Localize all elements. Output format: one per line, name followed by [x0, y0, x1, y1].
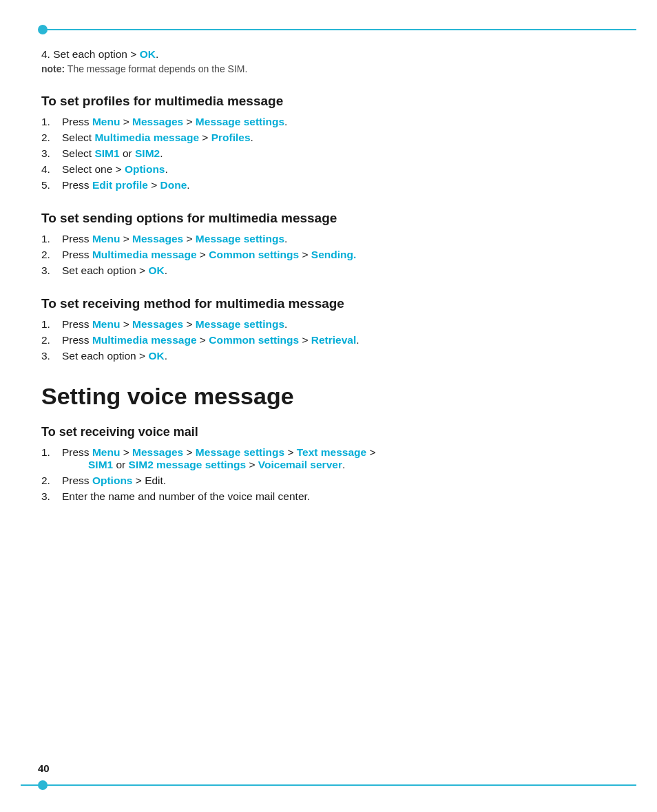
step-number: 3. [41, 147, 50, 160]
menu-link: Menu [92, 116, 120, 127]
list-item: 3. Enter the name and number of the voic… [55, 490, 616, 503]
menu-link: Menu [92, 233, 120, 244]
step-number: 5. [41, 179, 50, 191]
sim2-message-settings-link: SIM2 message settings [129, 459, 247, 470]
note-line: note: The message format depends on the … [41, 63, 616, 74]
list-item: 3. Set each option > OK. [55, 264, 616, 277]
list-item: 3. Set each option > OK. [55, 350, 616, 362]
list-item: 1. Press Menu > Messages > Message setti… [55, 233, 616, 245]
sim1-link: SIM1 [94, 147, 119, 159]
sim2-link: SIM2 [135, 147, 160, 159]
steps-list-sending: 1. Press Menu > Messages > Message setti… [41, 233, 616, 277]
bottom-line [21, 784, 636, 786]
list-item: 1. Press Menu > Messages > Message setti… [55, 446, 616, 471]
step-text: Press Menu > Messages > Message settings… [62, 446, 376, 470]
list-item: 5. Press Edit profile > Done. [55, 179, 616, 191]
list-item: 3. Select SIM1 or SIM2. [55, 147, 616, 160]
list-item: 2. Press Multimedia message > Common set… [55, 249, 616, 261]
sending-link: Sending. [311, 249, 356, 260]
list-item: 2. Press Options > Edit. [55, 475, 616, 487]
step-number: 4. [41, 163, 50, 176]
message-settings-link: Message settings [196, 318, 284, 330]
step-number: 1. [41, 116, 50, 128]
edit-profile-link: Edit profile [92, 179, 148, 191]
steps-list-voice: 1. Press Menu > Messages > Message setti… [41, 446, 616, 503]
top-line [41, 29, 636, 30]
section-heading-profiles: To set profiles for multimedia message [41, 94, 616, 109]
page-number: 40 [38, 762, 50, 774]
messages-link: Messages [132, 233, 183, 244]
main-content: 4. Set each option > OK. note: The messa… [0, 0, 657, 563]
steps-list-receiving: 1. Press Menu > Messages > Message setti… [41, 318, 616, 362]
section-heading-sending: To set sending options for multimedia me… [41, 211, 616, 226]
step-number: 1. [41, 233, 50, 245]
ok-link: OK [148, 350, 164, 362]
step-number: 2. [41, 132, 50, 144]
message-settings-link: Message settings [196, 233, 284, 244]
voice-section-title: Setting voice message [41, 383, 616, 410]
profiles-link: Profiles [211, 132, 251, 143]
menu-link: Menu [92, 318, 120, 330]
messages-link: Messages [132, 446, 183, 458]
step-number: 1. [41, 446, 50, 459]
text-message-link: Text message [297, 446, 366, 458]
ok-link-intro: OK [140, 48, 156, 60]
done-link: Done [160, 179, 187, 191]
message-settings-link: Message settings [196, 116, 284, 127]
sim1-link: SIM1 [88, 459, 113, 470]
messages-link: Messages [132, 116, 183, 127]
step-number: 1. [41, 318, 50, 331]
step-number: 2. [41, 475, 50, 487]
common-settings-link: Common settings [209, 249, 299, 260]
intro-step: 4. Set each option > OK. [41, 48, 616, 61]
retrieval-link: Retrieval [311, 334, 356, 346]
step-number: 3. [41, 350, 50, 362]
sub-heading-voice-mail: To set receiving voice mail [41, 425, 616, 439]
multimedia-message-link: Multimedia message [94, 132, 199, 143]
steps-list-profiles: 1. Press Menu > Messages > Message setti… [41, 116, 616, 191]
section-heading-receiving: To set receiving method for multimedia m… [41, 296, 616, 311]
step-number: 2. [41, 334, 50, 346]
multimedia-message-link: Multimedia message [92, 334, 197, 346]
bottom-dot [38, 780, 48, 790]
options-link: Options [92, 475, 133, 486]
step-number: 3. [41, 264, 50, 277]
list-item: 4. Select one > Options. [55, 163, 616, 176]
common-settings-link: Common settings [209, 334, 299, 346]
options-link: Options [125, 163, 165, 175]
step-number: 2. [41, 249, 50, 261]
step-number: 3. [41, 490, 50, 503]
menu-link: Menu [92, 446, 120, 458]
list-item: 2. Press Multimedia message > Common set… [55, 334, 616, 346]
message-settings-link: Message settings [196, 446, 284, 458]
step-continuation: SIM1 or SIM2 message settings > Voicemai… [62, 459, 345, 470]
messages-link: Messages [132, 318, 183, 330]
ok-link: OK [148, 264, 164, 276]
multimedia-message-link: Multimedia message [92, 249, 197, 260]
note-label: note: [41, 63, 65, 74]
list-item: 2. Select Multimedia message > Profiles. [55, 132, 616, 144]
list-item: 1. Press Menu > Messages > Message setti… [55, 318, 616, 331]
list-item: 1. Press Menu > Messages > Message setti… [55, 116, 616, 128]
voicemail-server-link: Voicemail server [258, 459, 342, 470]
